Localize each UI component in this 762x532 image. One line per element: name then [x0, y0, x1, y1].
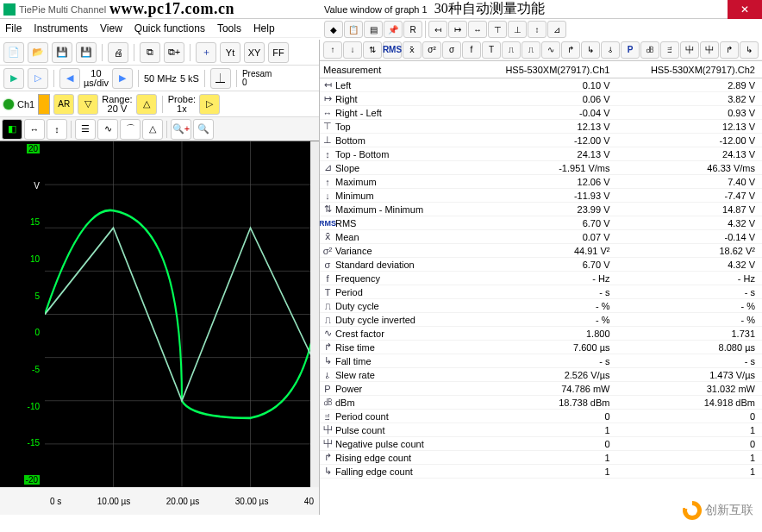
trigger-icon[interactable]: ⏊ [210, 68, 231, 89]
play-icon[interactable]: ▶ [3, 68, 24, 89]
rt-cfg-icon[interactable]: ◆ [324, 21, 343, 38]
mt-max-icon[interactable]: ↑ [323, 41, 342, 59]
xy-icon[interactable]: XY [244, 42, 265, 63]
meas-row[interactable]: ↤Left0.10 V2.89 V [320, 78, 762, 92]
meas-row[interactable]: ↱Rising edge count11 [320, 451, 762, 465]
meas-row[interactable]: ↔Right - Left-0.04 V0.93 V [320, 106, 762, 120]
savex-icon[interactable]: 💾 [76, 42, 97, 63]
meas-row[interactable]: ↕Top - Bottom24.13 V24.13 V [320, 147, 762, 161]
meas-row[interactable]: ㏈dBm18.738 dBm14.918 dBm [320, 396, 762, 410]
meas-row[interactable]: ↳Fall time- s- s [320, 354, 762, 368]
rt-right-icon[interactable]: ↦ [448, 21, 467, 38]
scope-icon[interactable]: ⧉ [140, 42, 160, 63]
ct-list-icon[interactable]: ☰ [75, 119, 96, 140]
rt-pin-icon[interactable]: 📌 [384, 21, 403, 38]
meas-row[interactable]: ⊤Top12.13 V12.13 V [320, 120, 762, 134]
menu-quick[interactable]: Quick functions [134, 22, 205, 34]
mt-rise-icon[interactable]: ↱ [561, 41, 580, 59]
save-icon[interactable]: 💾 [52, 42, 72, 63]
meas-row[interactable]: ⎍Duty cycle- %- % [320, 299, 762, 313]
mt-npulse-icon[interactable]: ⼬ [700, 41, 719, 59]
rt-bot-icon[interactable]: ⊥ [508, 21, 527, 38]
meas-row[interactable]: RMSRMS6.70 V4.32 V [320, 216, 762, 230]
mt-rec-icon[interactable]: ↱ [720, 41, 739, 59]
mt-fall-icon[interactable]: ↳ [581, 41, 600, 59]
print-icon[interactable]: 🖨 [108, 42, 128, 63]
mt-freq-icon[interactable]: f [462, 41, 481, 59]
scopeplus-icon[interactable]: ⧉+ [164, 42, 184, 63]
meas-row[interactable]: ∿Crest factor1.8001.731 [320, 327, 762, 341]
meas-row[interactable]: ⎍Duty cycle inverted- %- % [320, 313, 762, 327]
menu-view[interactable]: View [100, 22, 122, 34]
ct-v-icon[interactable]: ↕ [47, 119, 67, 140]
meas-row[interactable]: ⼬Negative pulse count00 [320, 437, 762, 451]
rt-tb-icon[interactable]: ↕ [528, 21, 547, 38]
meas-row[interactable]: σStandard deviation6.70 V4.32 V [320, 258, 762, 272]
fft-icon[interactable]: FF [268, 42, 289, 63]
rt-grid-icon[interactable]: ▤ [364, 21, 383, 38]
open-icon[interactable]: 📂 [28, 42, 48, 63]
meas-row[interactable]: TPeriod- s- s [320, 285, 762, 299]
probe-tri-icon[interactable]: ▷ [199, 94, 220, 115]
rt-clip-icon[interactable]: 📋 [344, 21, 363, 38]
ct-env-icon[interactable]: ⌒ [120, 119, 141, 140]
ch-up-icon[interactable]: △ [136, 94, 157, 115]
mt-mm-icon[interactable]: ⇅ [363, 41, 382, 59]
menu-help[interactable]: Help [253, 22, 275, 34]
rt-slope-icon[interactable]: ⊿ [547, 21, 566, 38]
meas-row[interactable]: PPower74.786 mW31.032 mW [320, 382, 762, 396]
samplerate-freq[interactable]: 50 MHz [144, 73, 177, 84]
rt-rl-icon[interactable]: ↔ [468, 21, 487, 38]
meas-row[interactable]: ⊥Bottom-12.00 V-12.00 V [320, 134, 762, 147]
mt-slew-icon[interactable]: ⫰ [601, 41, 620, 59]
single-icon[interactable]: ▷ [28, 68, 48, 89]
tb-left-icon[interactable]: ◀ [59, 68, 80, 89]
meas-row[interactable]: ↱Rise time7.600 µs8.080 µs [320, 341, 762, 354]
ct-win-icon[interactable]: ◧ [2, 119, 22, 140]
meas-row[interactable]: ↓Minimum-11.93 V-7.47 V [320, 189, 762, 203]
meas-row[interactable]: ⊿Slope-1.951 V/ms46.33 V/ms [320, 161, 762, 175]
mt-crest-icon[interactable]: ∿ [541, 41, 560, 59]
meas-row[interactable]: ⇅Maximum - Minimum23.99 V14.87 V [320, 203, 762, 216]
scrollbar-v[interactable] [310, 141, 319, 487]
ch-ar[interactable]: AR [53, 94, 74, 115]
meas-row[interactable]: ↑Maximum12.06 V7.40 V [320, 175, 762, 189]
mt-mean-icon[interactable]: x̄ [403, 41, 422, 59]
range-value[interactable]: 20 V [108, 104, 128, 114]
tb-right-icon[interactable]: ▶ [112, 68, 133, 89]
mt-min-icon[interactable]: ↓ [343, 41, 362, 59]
cursor-plus-icon[interactable]: ＋ [196, 42, 216, 63]
plot[interactable] [45, 141, 319, 487]
ct-zoomout-icon[interactable]: 🔍 [193, 119, 214, 140]
ch-down-icon[interactable]: ▽ [78, 94, 98, 115]
mt-pc-icon[interactable]: Ⲷ [660, 41, 679, 59]
yt-icon[interactable]: Yt [220, 42, 240, 63]
mt-sd-icon[interactable]: σ [442, 41, 461, 59]
meas-row[interactable]: ↦Right0.06 V3.82 V [320, 92, 762, 106]
new-icon[interactable]: 📄 [3, 42, 24, 63]
presample[interactable]: Presam 0 [242, 70, 272, 87]
mt-duty-icon[interactable]: ⎍ [502, 41, 521, 59]
meas-row[interactable]: x̄Mean0.07 V-0.14 V [320, 230, 762, 244]
ch-axis-icon[interactable] [38, 94, 50, 115]
ch-led-icon[interactable] [3, 99, 14, 110]
ct-sine-icon[interactable]: ∿ [97, 119, 118, 140]
mt-fec-icon[interactable]: ↳ [740, 41, 759, 59]
rt-left-icon[interactable]: ↤ [428, 21, 447, 38]
menu-instruments[interactable]: Instruments [34, 22, 88, 34]
mt-dutn-icon[interactable]: ⎍ [522, 41, 540, 59]
meas-row[interactable]: ⫰Slew rate2.526 V/µs1.473 V/µs [320, 368, 762, 382]
close-button[interactable]: ✕ [728, 0, 762, 19]
mt-period-icon[interactable]: T [482, 41, 501, 59]
probe-value[interactable]: 1x [177, 104, 187, 114]
meas-row[interactable]: ↳Falling edge count11 [320, 465, 762, 479]
meas-row[interactable]: σ²Variance44.91 V²18.62 V² [320, 244, 762, 258]
mt-pulse-icon[interactable]: ⼬ [680, 41, 699, 59]
mt-dbm-icon[interactable]: ㏈ [640, 41, 659, 59]
meas-row[interactable]: fFrequency- Hz- Hz [320, 272, 762, 285]
ct-h-icon[interactable]: ↔ [24, 119, 45, 140]
mt-pwr-icon[interactable]: P [621, 41, 640, 59]
meas-row[interactable]: ⲶPeriod count00 [320, 410, 762, 423]
ct-tri-icon[interactable]: △ [142, 119, 163, 140]
timebase[interactable]: 10 µs/div [84, 69, 109, 88]
